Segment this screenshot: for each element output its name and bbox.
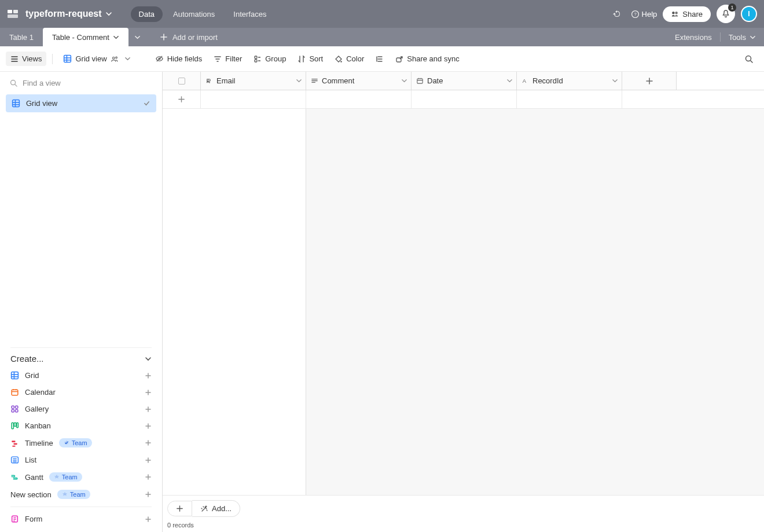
app-logo-icon[interactable] [7, 8, 19, 20]
footer-add-row-button[interactable] [167, 501, 192, 516]
svg-rect-20 [12, 406, 14, 408]
extensions-button[interactable]: Extensions [667, 28, 720, 46]
notifications-button[interactable]: 1 [717, 5, 735, 23]
long-text-icon [311, 77, 318, 85]
svg-rect-33 [417, 79, 423, 83]
nav-data[interactable]: Data [131, 6, 163, 22]
color-button[interactable]: Color [330, 52, 369, 66]
search-button[interactable] [740, 50, 758, 68]
row-height-button[interactable] [371, 52, 388, 66]
find-view-input[interactable]: Find a view [0, 72, 162, 94]
column-email[interactable]: A Email [201, 72, 306, 90]
people-icon [111, 55, 119, 63]
view-item-grid[interactable]: Grid view [6, 94, 156, 112]
create-kanban[interactable]: Kanban [10, 417, 152, 434]
plus-icon [145, 423, 152, 430]
svg-rect-12 [255, 60, 257, 62]
gallery-icon [10, 405, 19, 413]
svg-rect-25 [14, 423, 16, 426]
column-recordid[interactable]: A RecordId [517, 72, 622, 90]
create-list[interactable]: List [10, 452, 152, 468]
grid-view-selector[interactable]: Grid view [58, 52, 135, 66]
column-menu-icon[interactable] [506, 78, 513, 84]
nav-interfaces[interactable]: Interfaces [225, 6, 274, 22]
create-calendar[interactable]: Calendar [10, 384, 152, 401]
sort-button[interactable]: Sort [293, 52, 328, 66]
avatar[interactable]: I [741, 6, 757, 22]
svg-rect-24 [12, 423, 13, 429]
nav-automations[interactable]: Automations [165, 6, 223, 22]
select-all-checkbox[interactable] [163, 72, 201, 90]
plus-icon [145, 439, 152, 446]
column-menu-icon[interactable] [612, 78, 618, 84]
eye-off-icon [155, 54, 164, 63]
views-sidebar: Find a view Grid view Create... Grid Cal… [0, 72, 163, 532]
row-height-icon [376, 55, 384, 63]
share-button[interactable]: Share [663, 6, 711, 22]
share-sync-button[interactable]: Share and sync [391, 52, 464, 66]
create-grid[interactable]: Grid [10, 367, 152, 384]
svg-point-9 [115, 57, 117, 58]
svg-rect-7 [64, 56, 71, 63]
calendar-icon [10, 388, 19, 397]
svg-point-6 [675, 12, 678, 14]
timeline-icon [10, 439, 19, 447]
sort-icon [297, 55, 306, 63]
grid-footer: Add... 0 records [163, 495, 764, 532]
tab-table1[interactable]: Table 1 [0, 28, 43, 46]
chevron-down-icon[interactable] [124, 56, 131, 62]
plus-icon [145, 516, 152, 523]
group-icon [254, 55, 262, 63]
team-badge: Team [57, 490, 90, 499]
svg-rect-1 [13, 10, 18, 13]
tools-button[interactable]: Tools [721, 28, 764, 46]
svg-rect-0 [8, 10, 12, 13]
hide-fields-button[interactable]: Hide fields [150, 52, 207, 66]
group-button[interactable]: Group [249, 52, 291, 66]
svg-rect-19 [12, 390, 18, 395]
views-toggle[interactable]: Views [6, 52, 46, 66]
svg-rect-17 [13, 100, 20, 107]
svg-rect-21 [16, 406, 18, 408]
svg-point-15 [746, 56, 751, 61]
base-name[interactable]: typeform-request [25, 9, 112, 19]
create-section-header[interactable]: Create... [10, 347, 152, 367]
history-icon[interactable] [609, 6, 625, 22]
column-date[interactable]: Date [412, 72, 517, 90]
column-comment[interactable]: Comment [306, 72, 412, 90]
add-record-row[interactable] [163, 90, 764, 109]
form-icon [10, 515, 19, 523]
create-timeline[interactable]: Timeline Team [10, 434, 152, 452]
magic-icon [200, 505, 208, 513]
chevron-down-icon[interactable] [113, 34, 119, 41]
tab-table-comment[interactable]: Table - Comment [43, 28, 128, 46]
check-icon [143, 100, 150, 107]
help-button[interactable]: ? Help [631, 10, 658, 19]
add-record-plus[interactable] [163, 90, 201, 108]
notification-badge: 1 [728, 3, 736, 12]
tablist-dropdown-icon[interactable] [134, 34, 141, 41]
column-menu-icon[interactable] [296, 78, 302, 84]
add-column-button[interactable] [622, 72, 677, 90]
records-count: 0 records [163, 522, 764, 532]
svg-text:A: A [207, 78, 211, 84]
add-or-import-button[interactable]: Add or import [153, 28, 225, 46]
svg-point-5 [672, 12, 674, 14]
plus-icon [145, 491, 152, 498]
create-form[interactable]: Form [10, 511, 152, 527]
svg-rect-28 [13, 443, 17, 445]
svg-rect-26 [17, 423, 19, 428]
footer-add-menu-button[interactable]: Add... [192, 500, 240, 517]
create-gallery[interactable]: Gallery [10, 401, 152, 417]
filter-icon [214, 55, 222, 63]
plus-icon [145, 389, 152, 396]
color-icon [335, 55, 343, 63]
tabbar: Table 1 Table - Comment Add or import Ex… [0, 28, 764, 46]
column-menu-icon[interactable] [401, 78, 407, 84]
team-badge: Team [49, 472, 82, 482]
create-new-section[interactable]: New section Team [10, 486, 152, 503]
filter-button[interactable]: Filter [209, 52, 247, 66]
svg-point-16 [11, 80, 16, 85]
svg-rect-18 [12, 372, 19, 379]
create-gantt[interactable]: Gantt Team [10, 468, 152, 486]
